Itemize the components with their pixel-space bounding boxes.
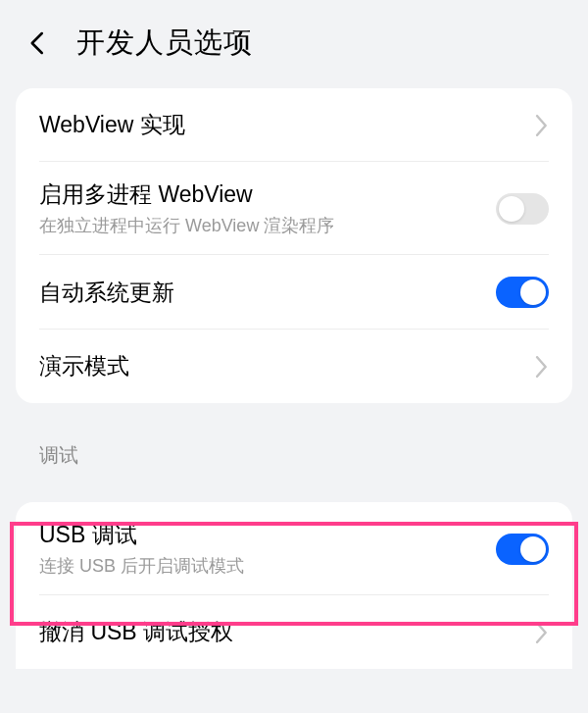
row-title: USB 调试 <box>39 520 496 550</box>
row-title: 演示模式 <box>39 351 527 382</box>
row-revoke-usb-debug[interactable]: 撤消 USB 调试授权 <box>16 595 572 669</box>
row-usb-debug[interactable]: USB 调试 连接 USB 后开启调试模式 <box>16 502 572 595</box>
chevron-right-icon <box>535 356 549 378</box>
row-title: 撤消 USB 调试授权 <box>39 617 527 647</box>
header: 开发人员选项 <box>0 0 588 82</box>
toggle-multiprocess-webview[interactable] <box>496 193 549 225</box>
settings-group-1: WebView 实现 启用多进程 WebView 在独立进程中运行 WebVie… <box>16 88 572 403</box>
row-content: 撤消 USB 调试授权 <box>39 617 527 647</box>
row-subtitle: 在独立进程中运行 WebView 渲染程序 <box>39 214 496 237</box>
toggle-knob <box>499 196 524 222</box>
row-multiprocess-webview[interactable]: 启用多进程 WebView 在独立进程中运行 WebView 渲染程序 <box>16 162 572 255</box>
row-content: 启用多进程 WebView 在独立进程中运行 WebView 渲染程序 <box>39 179 496 237</box>
chevron-right-icon <box>535 622 549 643</box>
page-title: 开发人员选项 <box>76 24 253 63</box>
settings-group-2: USB 调试 连接 USB 后开启调试模式 撤消 USB 调试授权 <box>16 502 572 669</box>
toggle-auto-system-update[interactable] <box>496 277 549 308</box>
row-content: 演示模式 <box>39 351 527 382</box>
row-content: USB 调试 连接 USB 后开启调试模式 <box>39 520 496 578</box>
row-title: 自动系统更新 <box>39 278 496 308</box>
row-title: 启用多进程 WebView <box>39 179 496 210</box>
toggle-knob <box>520 280 546 305</box>
row-demo-mode[interactable]: 演示模式 <box>16 330 572 403</box>
chevron-right-icon <box>535 115 549 136</box>
row-subtitle: 连接 USB 后开启调试模式 <box>39 554 496 578</box>
arrow-left-icon <box>24 28 53 58</box>
toggle-usb-debug[interactable] <box>496 534 549 565</box>
row-webview-implementation[interactable]: WebView 实现 <box>16 88 572 162</box>
row-content: 自动系统更新 <box>39 278 496 308</box>
back-button[interactable] <box>24 28 53 58</box>
row-title: WebView 实现 <box>39 110 527 140</box>
row-content: WebView 实现 <box>39 110 527 140</box>
row-auto-system-update[interactable]: 自动系统更新 <box>16 255 572 330</box>
section-header-debug: 调试 <box>0 403 588 483</box>
toggle-knob <box>520 536 546 562</box>
